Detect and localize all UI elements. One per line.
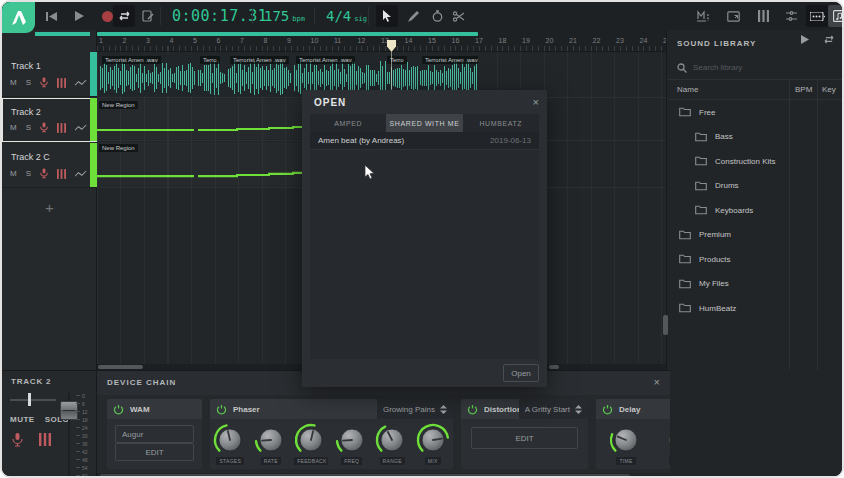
- power-icon[interactable]: [602, 404, 613, 415]
- automation-icon[interactable]: [75, 79, 87, 87]
- play-button[interactable]: [68, 5, 90, 27]
- notepad-pencil-icon[interactable]: [137, 5, 159, 27]
- knob-mix[interactable]: MIX: [415, 421, 451, 465]
- library-folder-free[interactable]: Free: [667, 100, 843, 125]
- device-delay[interactable]: DelayTIMEFEEDBACK: [596, 399, 670, 469]
- loop-preview-icon[interactable]: [823, 35, 835, 44]
- library-folder-premium[interactable]: Premium: [667, 223, 843, 248]
- record-arm-mic-icon[interactable]: [40, 122, 48, 133]
- folder-icon: [695, 205, 707, 215]
- knob-feedback[interactable]: FEEDBACK: [668, 421, 670, 465]
- region-label: New Region: [99, 144, 138, 152]
- device-chain-scrollbar[interactable]: [97, 473, 670, 478]
- dialog-tab-amped[interactable]: AMPED: [310, 114, 386, 132]
- mute-toggle[interactable]: M: [10, 123, 17, 132]
- automation-icon[interactable]: [75, 170, 87, 178]
- library-folder-drums[interactable]: Drums: [667, 174, 843, 199]
- knob-label: FEEDBACK: [294, 457, 328, 465]
- edit-button[interactable]: EDIT: [115, 443, 194, 461]
- preview-play-icon[interactable]: [801, 35, 809, 44]
- mute-toggle[interactable]: M: [10, 78, 17, 87]
- solo-toggle[interactable]: S: [26, 123, 31, 132]
- vertical-scrollbar[interactable]: [663, 315, 668, 335]
- record-arm-mic-icon[interactable]: [12, 433, 23, 447]
- library-folder-bass[interactable]: Bass: [667, 125, 843, 150]
- edit-button[interactable]: EDIT: [471, 427, 578, 449]
- track-header-track-2[interactable]: Track 2MS: [2, 98, 97, 142]
- power-icon[interactable]: [113, 404, 124, 415]
- midi-region[interactable]: New Region: [97, 142, 313, 186]
- dialog-close-icon[interactable]: ×: [533, 96, 539, 108]
- open-button[interactable]: Open: [503, 364, 539, 382]
- audio-region[interactable]: Terro: [198, 54, 227, 96]
- arrow-tool-button[interactable]: [376, 5, 398, 27]
- dialog-tab-shared-with-me[interactable]: SHARED WITH ME: [386, 114, 462, 132]
- file-row[interactable]: Amen beat (by Andreas)2019-06-13: [310, 132, 539, 150]
- pan-slider-handle[interactable]: [28, 393, 31, 406]
- library-search-field[interactable]: Search library: [667, 56, 843, 80]
- library-folder-my-files[interactable]: My Files: [667, 272, 843, 297]
- library-panel-button[interactable]: [828, 5, 844, 27]
- stopwatch-tool-button[interactable]: [426, 5, 448, 27]
- track-header-track-1[interactable]: Track 1MS: [2, 52, 97, 97]
- midi-region[interactable]: New Region: [97, 99, 313, 139]
- ruler-bar-number: 1: [99, 37, 103, 44]
- midi-map-icon[interactable]: [780, 5, 802, 27]
- solo-toggle[interactable]: S: [26, 169, 31, 178]
- device-distortion[interactable]: DistortionA Gritty StartEDIT: [461, 399, 588, 469]
- device-phaser[interactable]: PhaserGrowing PainsSTAGESRATEFEEDBACKFRE…: [210, 399, 453, 469]
- knob-freq[interactable]: FREQ: [334, 421, 370, 465]
- audio-region[interactable]: Terrorist Amen .wav: [228, 54, 293, 96]
- pan-slider[interactable]: [10, 399, 56, 401]
- preset-selector[interactable]: Growing Pains: [377, 399, 453, 419]
- dialog-tab-humbeatz[interactable]: HUMBEATZ: [463, 114, 539, 132]
- track-header-track-2-c[interactable]: Track 2 CMS: [2, 143, 97, 188]
- library-folder-products[interactable]: Products: [667, 247, 843, 272]
- time-display[interactable]: 0:00:17.31: [172, 2, 267, 30]
- add-track-button[interactable]: +: [2, 192, 97, 222]
- bpm-display[interactable]: 175bpm: [264, 2, 305, 30]
- library-folder-construction-kits[interactable]: Construction Kits: [667, 149, 843, 174]
- mute-toggle[interactable]: M: [10, 169, 17, 178]
- record-arm-mic-icon[interactable]: [40, 168, 48, 179]
- audio-region[interactable]: Terrorist Amen .wav: [100, 54, 197, 96]
- device-wam[interactable]: WAMAugurEDIT: [107, 399, 202, 469]
- midi-keys-icon[interactable]: [39, 433, 51, 446]
- power-icon[interactable]: [216, 404, 227, 415]
- preset-selector[interactable]: A Gritty Start: [519, 399, 588, 419]
- power-icon[interactable]: [467, 404, 478, 415]
- app-logo[interactable]: [2, 2, 35, 33]
- device-chain-close-icon[interactable]: ×: [654, 376, 660, 388]
- library-folder-keyboards[interactable]: Keyboards: [667, 198, 843, 223]
- col-name[interactable]: Name: [677, 85, 698, 94]
- col-bpm[interactable]: BPM: [795, 85, 812, 94]
- automation-icon[interactable]: [75, 124, 87, 132]
- master-mixer-icon[interactable]: [692, 5, 714, 27]
- midi-keys-icon[interactable]: [57, 169, 66, 179]
- record-arm-mic-icon[interactable]: [40, 77, 48, 88]
- knob-feedback[interactable]: FEEDBACK: [293, 421, 329, 465]
- midi-keys-icon[interactable]: [57, 78, 66, 88]
- region-label: Terrorist Amen .wav: [230, 56, 289, 64]
- solo-toggle[interactable]: S: [26, 78, 31, 87]
- knob-time[interactable]: TIME: [608, 421, 644, 465]
- pencil-tool-button[interactable]: [402, 5, 424, 27]
- mute-button[interactable]: MUTE: [10, 415, 35, 424]
- wam-plugin-field[interactable]: Augur: [115, 425, 194, 443]
- loop-button[interactable]: [113, 5, 135, 27]
- scissors-tool-button[interactable]: [448, 5, 470, 27]
- rewind-button[interactable]: [40, 5, 62, 27]
- monitor-icon[interactable]: [722, 5, 744, 27]
- midi-keys-icon[interactable]: [57, 123, 66, 133]
- time-signature-display[interactable]: 4/4sig: [326, 2, 367, 30]
- knob-stages[interactable]: STAGES: [212, 421, 248, 465]
- col-key[interactable]: Key: [822, 85, 836, 94]
- piano-icon[interactable]: [752, 5, 774, 27]
- fader-scale-label: 54: [82, 465, 88, 471]
- knob-range[interactable]: RANGE: [374, 421, 410, 465]
- timeline-ruler[interactable]: 1234567891011121314151617181920212223242…: [97, 30, 670, 52]
- library-folder-humbeatz[interactable]: HumBeatz: [667, 296, 843, 321]
- devices-panel-button[interactable]: [806, 5, 828, 27]
- loop-range-bar[interactable]: [97, 32, 478, 36]
- knob-rate[interactable]: RATE: [253, 421, 289, 465]
